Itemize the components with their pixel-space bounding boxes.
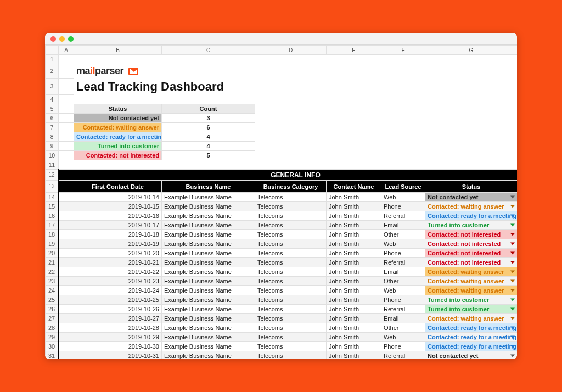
cell-contact[interactable]: John Smith xyxy=(327,239,381,249)
cell-source[interactable]: Web xyxy=(381,333,425,342)
cell-date[interactable]: 2019-10-26 xyxy=(74,305,162,314)
table-row[interactable]: 142019-10-14Example Business NameTelecom… xyxy=(46,193,518,202)
cell-contact[interactable]: John Smith xyxy=(327,342,381,351)
row-21[interactable]: 21 xyxy=(46,258,59,267)
th-date[interactable]: First Contact Date xyxy=(74,181,162,193)
row-20[interactable]: 20 xyxy=(46,249,59,258)
cell-status-dropdown[interactable]: Contacted: not interested xyxy=(425,239,518,249)
row-10[interactable]: 10 xyxy=(46,151,59,160)
cell-contact[interactable]: John Smith xyxy=(327,258,381,267)
cell-source[interactable]: Referral xyxy=(381,351,425,360)
cell-contact[interactable]: John Smith xyxy=(327,193,381,202)
row-26[interactable]: 26 xyxy=(46,305,59,314)
row-13[interactable]: 13 xyxy=(46,181,59,193)
cell-source[interactable]: Other xyxy=(381,323,425,333)
th-source[interactable]: Lead Source xyxy=(381,181,425,193)
cell-status-dropdown[interactable]: Contacted: waiting answer xyxy=(425,314,518,323)
cell-date[interactable]: 2019-10-20 xyxy=(74,249,162,258)
table-row[interactable]: 302019-10-30Example Business NameTelecom… xyxy=(46,342,518,351)
cell-date[interactable]: 2019-10-19 xyxy=(74,239,162,249)
row-28[interactable]: 28 xyxy=(46,323,59,333)
table-row[interactable]: 282019-10-28Example Business NameTelecom… xyxy=(46,323,518,333)
cell-source[interactable]: Email xyxy=(381,314,425,323)
cell-date[interactable]: 2019-10-16 xyxy=(74,211,162,221)
row-4[interactable]: 4 xyxy=(46,95,59,104)
cell-business[interactable]: Example Business Name xyxy=(162,267,255,277)
summary-count-3[interactable]: 4 xyxy=(162,142,255,151)
cell-contact[interactable]: John Smith xyxy=(327,221,381,230)
row-6[interactable]: 6 xyxy=(46,114,59,123)
cell-status-dropdown[interactable]: Contacted: ready for a meeting xyxy=(425,342,518,351)
summary-status-1[interactable]: Contacted: waiting answer xyxy=(74,123,162,132)
table-row[interactable]: 162019-10-16Example Business NameTelecom… xyxy=(46,211,518,221)
row-9[interactable]: 9 xyxy=(46,142,59,151)
cell-source[interactable]: Phone xyxy=(381,342,425,351)
minimize-icon[interactable] xyxy=(59,36,65,42)
row-15[interactable]: 15 xyxy=(46,202,59,211)
col-D[interactable]: D xyxy=(255,46,327,55)
cell-source[interactable]: Referral xyxy=(381,258,425,267)
row-11[interactable]: 11 xyxy=(46,160,59,170)
cell-status-dropdown[interactable]: Contacted: not interested xyxy=(425,230,518,239)
row-25[interactable]: 25 xyxy=(46,295,59,305)
row-5[interactable]: 5 xyxy=(46,104,59,114)
cell-business[interactable]: Example Business Name xyxy=(162,202,255,211)
cell-category[interactable]: Telecoms xyxy=(255,211,327,221)
row-16[interactable]: 16 xyxy=(46,211,59,221)
summary-count-2[interactable]: 4 xyxy=(162,132,255,142)
cell-category[interactable]: Telecoms xyxy=(255,351,327,360)
summary-count-1[interactable]: 6 xyxy=(162,123,255,132)
col-G[interactable]: G xyxy=(425,46,518,55)
table-row[interactable]: 312019-10-31Example Business NameTelecom… xyxy=(46,351,518,360)
grid[interactable]: A B C D E F G 1 2 mailparser xyxy=(45,45,517,359)
th-status[interactable]: Status xyxy=(425,181,518,193)
cell-date[interactable]: 2019-10-28 xyxy=(74,323,162,333)
cell-category[interactable]: Telecoms xyxy=(255,333,327,342)
cell-date[interactable]: 2019-10-30 xyxy=(74,342,162,351)
cell-category[interactable]: Telecoms xyxy=(255,249,327,258)
cell-category[interactable]: Telecoms xyxy=(255,267,327,277)
cell-contact[interactable]: John Smith xyxy=(327,351,381,360)
cell-date[interactable]: 2019-10-31 xyxy=(74,351,162,360)
cell-category[interactable]: Telecoms xyxy=(255,239,327,249)
cell-date[interactable]: 2019-10-29 xyxy=(74,333,162,342)
table-row[interactable]: 172019-10-17Example Business NameTelecom… xyxy=(46,221,518,230)
cell-status-dropdown[interactable]: Turned into customer xyxy=(425,221,518,230)
cell-source[interactable]: Web xyxy=(381,239,425,249)
cell-source[interactable]: Phone xyxy=(381,295,425,305)
cell-category[interactable]: Telecoms xyxy=(255,230,327,239)
cell-source[interactable]: Referral xyxy=(381,211,425,221)
table-row[interactable]: 262019-10-26Example Business NameTelecom… xyxy=(46,305,518,314)
summary-status-3[interactable]: Turned into customer xyxy=(74,142,162,151)
cell-source[interactable]: Other xyxy=(381,230,425,239)
cell-category[interactable]: Telecoms xyxy=(255,314,327,323)
cell-business[interactable]: Example Business Name xyxy=(162,249,255,258)
cell-status-dropdown[interactable]: Turned into customer xyxy=(425,305,518,314)
cell-contact[interactable]: John Smith xyxy=(327,286,381,295)
cell-contact[interactable]: John Smith xyxy=(327,277,381,286)
cell-category[interactable]: Telecoms xyxy=(255,221,327,230)
row-7[interactable]: 7 xyxy=(46,123,59,132)
cell-business[interactable]: Example Business Name xyxy=(162,286,255,295)
maximize-icon[interactable] xyxy=(68,36,74,42)
cell-source[interactable]: Phone xyxy=(381,249,425,258)
cell-contact[interactable]: John Smith xyxy=(327,249,381,258)
cell-status-dropdown[interactable]: Contacted: waiting answer xyxy=(425,277,518,286)
row-29[interactable]: 29 xyxy=(46,333,59,342)
cell-contact[interactable]: John Smith xyxy=(327,323,381,333)
cell-source[interactable]: Email xyxy=(381,267,425,277)
table-row[interactable]: 272019-10-27Example Business NameTelecom… xyxy=(46,314,518,323)
cell-category[interactable]: Telecoms xyxy=(255,295,327,305)
cell-category[interactable]: Telecoms xyxy=(255,342,327,351)
row-22[interactable]: 22 xyxy=(46,267,59,277)
row-3[interactable]: 3 xyxy=(46,79,59,95)
summary-status-4[interactable]: Contacted: not interested xyxy=(74,151,162,160)
cell-status-dropdown[interactable]: Contacted: waiting answer xyxy=(425,202,518,211)
col-F[interactable]: F xyxy=(381,46,425,55)
cell-business[interactable]: Example Business Name xyxy=(162,333,255,342)
cell-status-dropdown[interactable]: Contacted: ready for a meeting xyxy=(425,333,518,342)
cell-category[interactable]: Telecoms xyxy=(255,277,327,286)
row-12[interactable]: 12 xyxy=(46,170,59,181)
cell-date[interactable]: 2019-10-23 xyxy=(74,277,162,286)
table-row[interactable]: 182019-10-18Example Business NameTelecom… xyxy=(46,230,518,239)
